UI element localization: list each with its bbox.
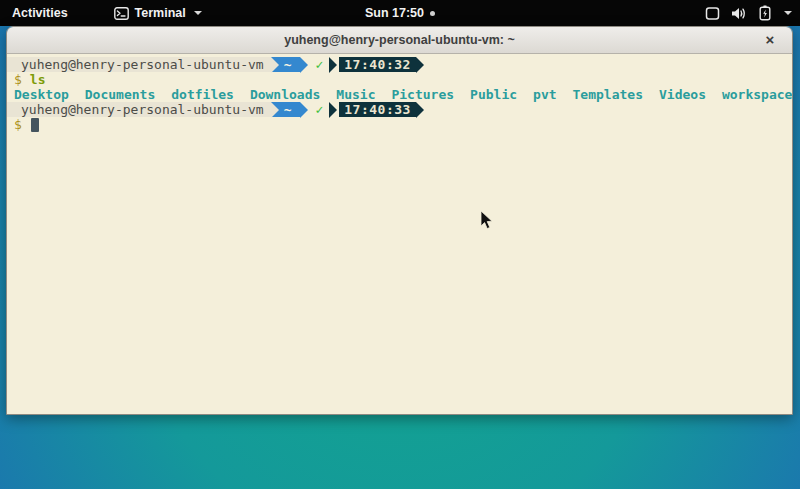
dir-entry: Pictures	[391, 87, 454, 102]
powerline-arrow-icon	[329, 57, 337, 73]
clock-label: Sun 17:50	[365, 6, 424, 20]
prompt-line-1: yuheng@henry-personal-ubuntu-vm ~ ✓ 17:4…	[7, 57, 792, 72]
activities-button[interactable]: Activities	[0, 0, 80, 26]
prompt-dollar: $	[14, 72, 22, 87]
volume-icon	[731, 6, 748, 21]
powerline-arrow-icon	[300, 57, 308, 73]
dir-entry: Desktop	[14, 87, 69, 102]
prompt-user: yuheng@henry-personal-ubuntu-vm	[7, 102, 271, 117]
dir-entry: Public	[470, 87, 517, 102]
command-line: $ ls	[7, 72, 792, 87]
dir-entry: Documents	[85, 87, 155, 102]
app-menu-terminal[interactable]: Terminal	[108, 0, 208, 26]
chevron-down-icon	[784, 11, 792, 15]
dir-entry: workspace	[722, 87, 792, 102]
app-menu-label: Terminal	[135, 6, 186, 20]
dir-entry: dotfiles	[171, 87, 234, 102]
battery-charging-icon	[759, 5, 771, 21]
close-button[interactable]: ×	[761, 31, 779, 49]
top-bar: Activities Terminal Sun 17:50	[0, 0, 800, 26]
current-prompt-line: $	[7, 117, 792, 132]
text-cursor	[31, 118, 39, 132]
powerline-arrow-icon	[416, 57, 424, 73]
dir-entry: Templates	[573, 87, 643, 102]
powerline-arrow-icon	[271, 57, 279, 73]
check-icon: ✓	[308, 57, 329, 72]
terminal-window: yuheng@henry-personal-ubuntu-vm: ~ × yuh…	[6, 26, 793, 415]
dir-entry: Videos	[659, 87, 706, 102]
powerline-arrow-icon	[416, 102, 424, 118]
notification-dot	[430, 11, 435, 16]
prompt-path: ~	[279, 57, 301, 72]
activities-label: Activities	[12, 6, 68, 20]
prompt-dollar: $	[14, 117, 22, 132]
prompt-line-2: yuheng@henry-personal-ubuntu-vm ~ ✓ 17:4…	[7, 102, 792, 117]
terminal-content[interactable]: yuheng@henry-personal-ubuntu-vm ~ ✓ 17:4…	[7, 54, 792, 414]
powerline-arrow-icon	[300, 102, 308, 118]
screen-icon	[705, 6, 720, 21]
dir-entry: Music	[336, 87, 375, 102]
dir-entry: Downloads	[250, 87, 320, 102]
clock-button[interactable]: Sun 17:50	[365, 6, 435, 20]
prompt-path-segment: ~	[271, 102, 301, 117]
prompt-user: yuheng@henry-personal-ubuntu-vm	[7, 57, 271, 72]
ls-output: DesktopDocumentsdotfilesDownloadsMusicPi…	[7, 87, 792, 102]
window-titlebar[interactable]: yuheng@henry-personal-ubuntu-vm: ~ ×	[7, 27, 792, 54]
prompt-path-segment: ~	[271, 57, 301, 72]
prompt-time: 17:40:33	[339, 102, 416, 117]
window-title: yuheng@henry-personal-ubuntu-vm: ~	[284, 33, 515, 47]
system-menu[interactable]	[705, 0, 792, 26]
terminal-icon	[114, 7, 129, 20]
prompt-time: 17:40:32	[339, 57, 416, 72]
prompt-path: ~	[279, 102, 301, 117]
command-text: ls	[22, 72, 46, 87]
check-icon: ✓	[308, 102, 329, 117]
dir-entry: pvt	[533, 87, 556, 102]
powerline-arrow-icon	[271, 102, 279, 118]
chevron-down-icon	[194, 11, 202, 15]
powerline-arrow-icon	[329, 102, 337, 118]
